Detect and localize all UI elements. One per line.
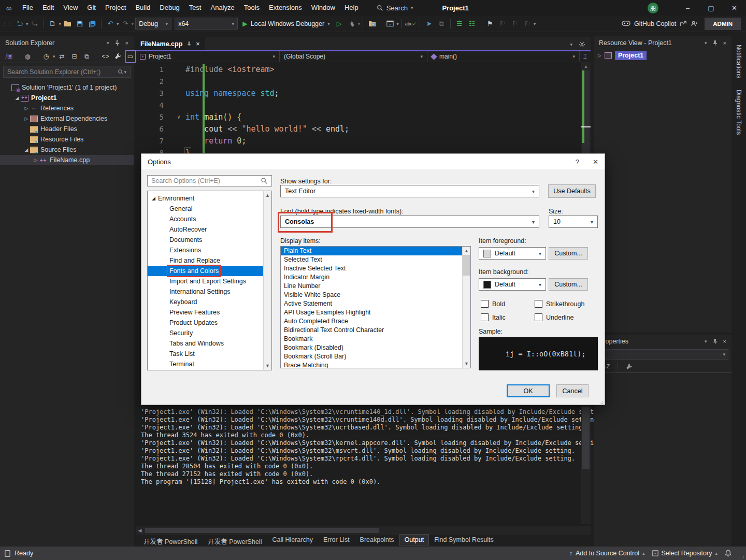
find-in-files-icon[interactable] — [366, 18, 378, 30]
tool-window-tab-find-symbol-results[interactable]: Find Symbol Results — [429, 535, 498, 545]
cancel-button[interactable]: Cancel — [556, 384, 589, 397]
solution-tree-item[interactable]: ▷External Dependencies — [0, 113, 134, 124]
start-debugging-button[interactable]: ▶ Local Windows Debugger ▾ — [242, 20, 330, 27]
pin-icon[interactable] — [712, 40, 718, 46]
display-item[interactable]: Plain Text — [281, 247, 470, 255]
admin-button[interactable]: ADMIN — [705, 18, 741, 30]
maximize-button[interactable]: ▢ — [699, 0, 723, 16]
output-vertical-scrollbar[interactable] — [581, 405, 591, 524]
dialog-close-button[interactable]: ✕ — [593, 158, 598, 166]
pending-changes-filter-icon[interactable]: ◷ — [41, 50, 51, 63]
menu-item-window[interactable]: Window — [307, 0, 340, 16]
options-tree-item[interactable]: ◢Environment — [148, 193, 271, 204]
close-panel-icon[interactable]: × — [723, 40, 726, 46]
tab-notifications[interactable]: Notifications — [735, 41, 742, 81]
item-foreground-select[interactable]: Default▾ — [479, 247, 546, 260]
breadcrumb-scope[interactable]: (Global Scope)▾ — [280, 51, 427, 62]
italic-checkbox[interactable]: Italic — [481, 313, 506, 321]
options-category-tree[interactable]: ◢EnvironmentGeneralAccountsAutoRecoverDo… — [147, 191, 272, 370]
options-search-input[interactable]: Search Options (Ctrl+E) — [147, 175, 272, 186]
send-feedback-icon[interactable] — [691, 20, 698, 27]
close-button[interactable]: ✕ — [723, 0, 746, 16]
filter-dropdown[interactable]: ▾ — [53, 54, 55, 59]
solution-platform-select[interactable]: x64▾ — [175, 18, 238, 30]
solution-tree-item[interactable]: ▷++FileName.cpp — [0, 155, 134, 165]
user-avatar[interactable]: 朋 — [648, 3, 658, 13]
options-tree-item[interactable]: International Settings — [148, 286, 271, 297]
expand-arrow-icon[interactable]: ◢ — [23, 147, 30, 152]
dialog-help-button[interactable]: ? — [576, 158, 579, 166]
menu-item-view[interactable]: View — [59, 0, 82, 16]
display-item[interactable]: Inactive Selected Text — [281, 264, 470, 273]
display-item[interactable]: Bookmark (Disabled) — [281, 343, 470, 352]
display-item[interactable]: Selected Text — [281, 255, 470, 264]
panel-options-icon[interactable]: ▾ — [705, 339, 707, 344]
bell-icon[interactable] — [725, 550, 731, 557]
display-item[interactable]: API Usage Examples Highlight — [281, 308, 470, 317]
display-item[interactable]: Bidirectional Text Control Character — [281, 326, 470, 335]
bold-checkbox[interactable]: Bold — [481, 300, 505, 308]
hot-reload-icon[interactable] — [346, 18, 357, 30]
size-select[interactable]: 10▾ — [549, 216, 598, 228]
tree-scrollbar[interactable]: ▲▼ — [263, 191, 271, 370]
navigate-forward-icon[interactable]: ⮎ — [29, 18, 40, 30]
previous-bookmark-icon[interactable]: ⚐ — [497, 18, 508, 30]
options-tree-item[interactable]: Documents — [148, 235, 271, 245]
gear-icon[interactable] — [579, 41, 585, 48]
resize-grip[interactable]: ⣠ — [741, 553, 744, 558]
options-tree-item[interactable]: Terminal — [148, 359, 271, 369]
close-tab-icon[interactable]: × — [196, 40, 199, 48]
options-tree-item[interactable]: Tabs and Windows — [148, 338, 271, 349]
solution-configuration-select[interactable]: Debug▾ — [135, 18, 171, 30]
sphere-icon[interactable]: ◍ — [22, 50, 33, 63]
new-project-dropdown[interactable]: ▾ — [59, 21, 62, 26]
indent-icon[interactable]: ☰ — [454, 18, 465, 30]
menu-item-edit[interactable]: Edit — [38, 0, 59, 16]
tool-window-tab-call-hierarchy[interactable]: Call Hierarchy — [267, 535, 318, 545]
scroll-up-arrow[interactable]: ▲ — [581, 62, 591, 69]
options-tree-item[interactable]: Extensions — [148, 245, 271, 255]
menu-item-test[interactable]: Test — [184, 0, 206, 16]
home-window-icon[interactable] — [384, 18, 396, 30]
use-defaults-button[interactable]: Use Defaults — [548, 184, 596, 198]
tool-window-tab-output[interactable]: Output — [400, 535, 429, 545]
menu-item-tools[interactable]: Tools — [239, 0, 264, 16]
spell-check-icon[interactable]: abc✓ — [405, 18, 417, 30]
undo-icon[interactable]: ↶ — [105, 18, 116, 30]
underline-checkbox[interactable]: Underline — [535, 313, 574, 321]
document-tab[interactable]: FileName.cpp × — [136, 37, 205, 50]
tool-window-tab-开发者-powershell[interactable]: 开发者 PowerShell — [203, 535, 266, 548]
options-tree-item[interactable]: Product Updates — [148, 318, 271, 328]
close-panel-icon[interactable]: × — [723, 338, 726, 344]
background-custom-button[interactable]: Custom... — [549, 278, 588, 291]
split-window-icon[interactable]: ⌶ — [579, 51, 591, 62]
display-item[interactable]: Bookmark (Scroll Bar) — [281, 352, 470, 361]
dialog-title-bar[interactable]: Options ? ✕ — [141, 154, 605, 169]
display-item[interactable]: Line Number — [281, 282, 470, 291]
collapse-all-icon[interactable]: ⊟ — [69, 50, 80, 63]
resource-tree-item[interactable]: ▷ Project1 — [594, 50, 731, 61]
solution-explorer-search-input[interactable]: Search Solution Explorer (Ctrl+;) ▾ — [3, 66, 131, 78]
copilot-label[interactable]: GitHub Copilot — [634, 20, 676, 27]
options-tree-item[interactable]: Security — [148, 328, 271, 338]
expand-arrow-icon[interactable]: ▷ — [23, 106, 30, 111]
menu-item-git[interactable]: Git — [82, 0, 101, 16]
next-bookmark-icon[interactable]: ⚐ — [509, 18, 521, 30]
pin-icon[interactable] — [712, 339, 718, 344]
pin-icon[interactable] — [187, 41, 192, 47]
menu-item-build[interactable]: Build — [131, 0, 155, 16]
tool-window-tab-breakpoints[interactable]: Breakpoints — [355, 535, 399, 545]
display-item[interactable]: Auto Completed Brace — [281, 317, 470, 326]
expand-arrow-icon[interactable]: ▷ — [23, 116, 30, 121]
close-panel-icon[interactable]: × — [125, 40, 128, 46]
show-settings-select[interactable]: Text Editor▾ — [280, 185, 539, 197]
breadcrumb-symbol[interactable]: main()▾ — [427, 51, 579, 62]
solution-tree-item[interactable]: ▷▫▫References — [0, 103, 134, 113]
switch-views-icon[interactable]: ⧸▣ — [4, 50, 14, 63]
undo-dropdown[interactable]: ▾ — [117, 21, 119, 26]
display-item[interactable]: Bookmark — [281, 335, 470, 343]
expand-arrow-icon[interactable]: ▷ — [598, 53, 601, 58]
strikethrough-checkbox[interactable]: Strikethrough — [535, 300, 584, 308]
solution-tree-item[interactable]: Header Files — [0, 124, 134, 134]
tool-window-tab-开发者-powershell[interactable]: 开发者 PowerShell — [139, 535, 202, 548]
